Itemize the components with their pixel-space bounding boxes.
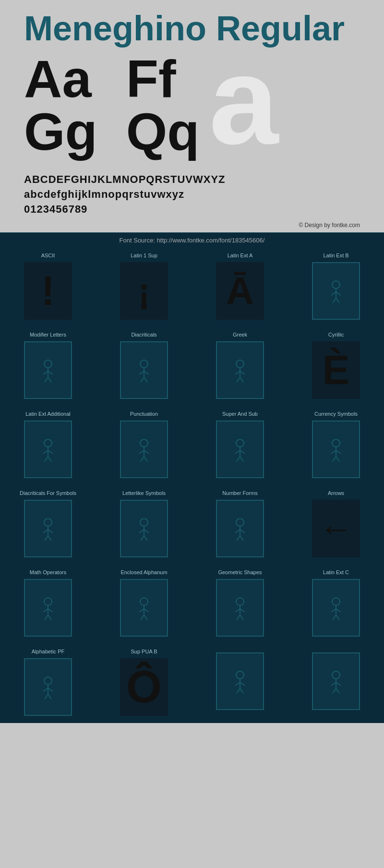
svg-line-59 (144, 530, 149, 533)
svg-point-24 (44, 439, 52, 447)
svg-point-84 (332, 598, 340, 605)
glyph-cell-currencySymbols[interactable]: Currency Symbols (288, 406, 384, 485)
svg-point-78 (236, 598, 244, 605)
glyph-cell-greek[interactable]: Greek (192, 327, 288, 406)
svg-line-92 (43, 688, 48, 691)
glyph-cell-numberForms[interactable]: Number Forms (192, 485, 288, 565)
smiley-svg5 (35, 434, 61, 465)
glyph-cell-ascii[interactable]: ASCII ! (0, 248, 96, 327)
glyph-cell-latinExtAdditional[interactable]: Latin Ext Additional (0, 406, 96, 485)
svg-point-30 (140, 439, 148, 447)
svg-line-86 (331, 609, 336, 612)
glyph-cell-mathOperators[interactable]: Math Operators (0, 565, 96, 644)
glyph-cell-diacriticalsForSymbols[interactable]: Diacriticals For Symbols (0, 485, 96, 565)
glyph-display-superAndSub (216, 421, 264, 478)
glyph-cell-modifierLetters[interactable]: Modifier Letters (0, 327, 96, 406)
glyph-display-latinExtC (312, 579, 360, 637)
glyph-label-modifierLetters: Modifier Letters (30, 332, 66, 338)
glyph-cell-supPUAB[interactable]: Sup PUA B Ô (96, 644, 192, 723)
svg-line-5 (336, 292, 341, 295)
digits: 0123456789 (24, 202, 360, 217)
svg-line-70 (48, 615, 51, 620)
glyph-display-modifierLetters (24, 341, 72, 399)
svg-line-89 (336, 609, 341, 612)
glyph-cell-latin1sup[interactable]: Latin 1 Sup ¡ (96, 248, 192, 327)
smiley-svg13 (131, 592, 157, 623)
glyph-display-extra2 (312, 652, 360, 710)
glyph-cell-extra1[interactable] (192, 644, 288, 723)
font-source-bar: Font Source: http://www.fontke.com/font/… (0, 232, 384, 248)
svg-line-94 (48, 694, 51, 699)
glyph-cell-latinExtC[interactable]: Latin Ext C (288, 565, 384, 644)
letter-showcase: Aa Gg Ff Qq a (24, 52, 360, 163)
letter-pair-ff: Ff (126, 52, 200, 105)
glyph-cell-enclosedAlphanum[interactable]: Enclosed Alphanum (96, 565, 192, 644)
glyph-cell-superAndSub[interactable]: Super And Sub (192, 406, 288, 485)
svg-line-17 (144, 371, 149, 374)
svg-line-52 (48, 536, 51, 541)
svg-line-20 (235, 371, 240, 374)
svg-line-23 (240, 371, 245, 374)
svg-point-96 (236, 671, 244, 679)
glyph-cell-letterlikeSymbols[interactable]: Letterlike Symbols (96, 485, 192, 565)
glyph-label-diacriticals: Diacriticals (131, 332, 156, 338)
glyph-display-diacriticals (120, 341, 168, 399)
svg-line-8 (43, 371, 48, 374)
header-section: Meneghino Regular Aa Gg Ff Qq a (0, 0, 384, 168)
svg-line-32 (139, 450, 144, 454)
svg-line-80 (235, 609, 240, 612)
glyph-cell-latinExtA[interactable]: Latin Ext A Ā (192, 248, 288, 327)
svg-line-68 (43, 609, 48, 612)
svg-line-104 (331, 682, 336, 686)
svg-line-11 (48, 371, 53, 374)
glyph-display-mathOperators (24, 579, 72, 637)
svg-line-63 (237, 536, 240, 541)
svg-line-22 (240, 377, 243, 382)
svg-line-107 (336, 682, 341, 686)
glyph-cell-alphabeticPF[interactable]: Alphabetic PF (0, 644, 96, 723)
glyph-display-currencySymbols (312, 421, 360, 478)
svg-line-71 (48, 609, 53, 612)
svg-line-106 (336, 688, 339, 693)
smiley-svg18 (323, 665, 349, 697)
svg-line-14 (139, 371, 144, 374)
svg-point-90 (44, 677, 52, 685)
glyph-display-diacriticalsForSymbols (24, 500, 72, 557)
svg-line-81 (237, 615, 240, 620)
glyph-label-latin1sup: Latin 1 Sup (131, 253, 157, 258)
svg-line-76 (144, 615, 147, 620)
glyph-display-numberForms (216, 500, 264, 557)
glyph-label-punctuation: Punctuation (130, 411, 158, 417)
glyph-cell-arrows[interactable]: Arrows ← (288, 485, 384, 565)
glyph-cell-punctuation[interactable]: Punctuation (96, 406, 192, 485)
glyph-label-alphabeticPF: Alphabetic PF (32, 649, 64, 654)
svg-line-88 (336, 615, 339, 620)
svg-line-26 (43, 450, 48, 454)
glyph-cell-extra2[interactable] (288, 644, 384, 723)
svg-point-18 (236, 360, 244, 368)
svg-line-74 (139, 609, 144, 612)
glyph-cell-geometricShapes[interactable]: Geometric Shapes (192, 565, 288, 644)
smiley-svg16 (35, 671, 61, 702)
svg-line-9 (45, 377, 48, 382)
glyph-cell-latinExtB[interactable]: Latin Ext B (288, 248, 384, 327)
svg-line-82 (240, 615, 243, 620)
glyph-display-alphabeticPF (24, 658, 72, 716)
svg-line-33 (141, 457, 144, 461)
alphabet-section: ABCDEFGHIJKLMNOPQRSTUVWXYZ abcdefghijklm… (0, 168, 384, 219)
glyph-cell-diacriticals[interactable]: Diacriticals (96, 327, 192, 406)
glyph-label-arrows: Arrows (328, 490, 344, 496)
svg-line-51 (45, 536, 48, 541)
svg-line-29 (48, 450, 53, 454)
svg-line-58 (144, 536, 147, 541)
glyph-label-currencySymbols: Currency Symbols (314, 411, 358, 417)
glyph-display-letterlikeSymbols (120, 500, 168, 557)
letter-pairs-left: Aa Gg (24, 52, 97, 158)
svg-line-39 (237, 457, 240, 461)
glyph-label-latinExtA: Latin Ext A (228, 253, 253, 258)
letter-pair-qq: Qq (126, 105, 200, 158)
svg-point-48 (44, 518, 52, 526)
smiley-svg8 (323, 434, 349, 465)
glyph-label-latinExtB: Latin Ext B (323, 253, 348, 258)
glyph-cell-cyrillic[interactable]: Cyrillic È (288, 327, 384, 406)
